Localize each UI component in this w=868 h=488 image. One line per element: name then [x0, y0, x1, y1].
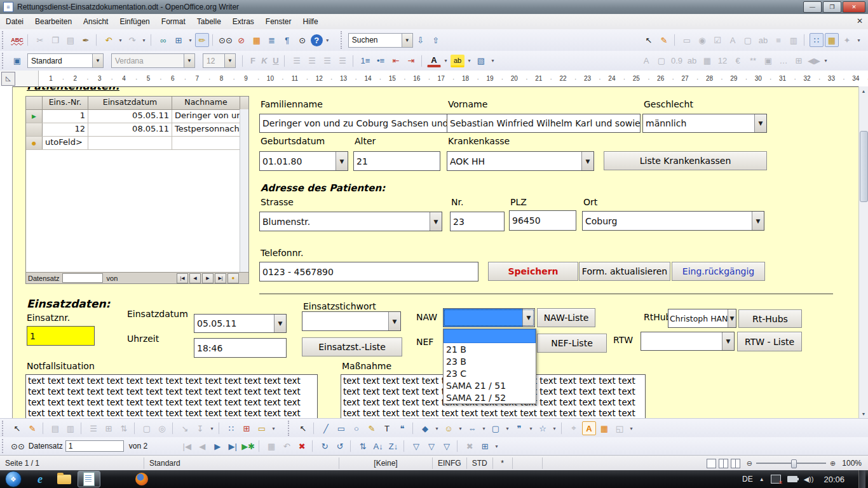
callout-icon[interactable]: ❝ [395, 421, 409, 435]
toolbar-grip[interactable] [2, 421, 8, 436]
undo-entry-icon[interactable]: ↶ [280, 439, 294, 453]
data-sources-icon[interactable]: ≣ [265, 33, 279, 47]
table-row[interactable]: ● utoFeld> [26, 137, 248, 150]
bold-icon[interactable]: F [247, 56, 259, 65]
flowchart-icon[interactable]: ▢ [489, 421, 503, 435]
points-icon[interactable]: ⌖ [567, 421, 581, 435]
block-arrows-dropdown-icon[interactable]: ▾ [480, 421, 487, 435]
taskbar-firefox-icon[interactable] [131, 471, 153, 487]
grid-scrollbar[interactable] [240, 109, 248, 272]
first-record-icon[interactable]: |◀ [180, 439, 194, 453]
display-grid-icon[interactable]: ∷ [224, 421, 238, 435]
helplines-icon[interactable]: ▭ [255, 421, 269, 435]
option-button-icon[interactable]: ◉ [695, 33, 709, 47]
help-icon[interactable]: ? [311, 34, 323, 46]
horizontal-ruler[interactable]: ◺ 12345678910111213141516171819202122232… [0, 71, 868, 87]
grid-col-nachname[interactable]: Nachname [172, 97, 240, 109]
toolbar-overflow-icon[interactable]: ▾ [324, 33, 331, 47]
table-icon[interactable]: ⊞ [172, 33, 186, 47]
grid-corner[interactable] [26, 97, 43, 109]
toolbar-grip[interactable] [341, 31, 346, 48]
extrusion-icon[interactable]: ◱ [613, 421, 627, 435]
sort-descending-icon[interactable]: Z↓ [386, 439, 400, 453]
search-combo[interactable]: Suchen ▼ [348, 33, 413, 48]
align-left-icon[interactable]: ☰ [290, 54, 304, 68]
date-field-icon[interactable]: ▦ [700, 54, 714, 68]
navigator-icon[interactable]: ⊘ [234, 33, 248, 47]
cell-einsatzdatum[interactable] [88, 137, 172, 149]
text-icon[interactable]: T [380, 421, 394, 435]
multi-page-view-icon[interactable] [719, 459, 728, 468]
flowchart-dropdown-icon[interactable]: ▾ [504, 421, 511, 435]
grid-col-einsatzdatum[interactable]: Einsatzdatum [88, 97, 172, 109]
toolbar-overflow-icon[interactable]: ▾ [855, 33, 862, 47]
copy-icon[interactable]: ❐ [48, 33, 62, 47]
speichern-button[interactable]: Speichern [488, 262, 578, 281]
page-style-indicator[interactable]: Standard [144, 458, 339, 469]
geschlecht-combo[interactable]: männlich▼ [642, 114, 767, 133]
italic-icon[interactable]: K [259, 56, 270, 65]
selection-mode-indicator[interactable]: STD [467, 458, 493, 469]
vertical-scrollbar[interactable]: ▲ ▼ [858, 86, 868, 418]
book-view-icon[interactable] [731, 459, 740, 468]
font-size-combo[interactable]: 12 ▼ [203, 53, 236, 68]
krankenkasse-combo[interactable]: AOK HH▼ [447, 151, 594, 171]
decrease-indent-icon[interactable]: ⇤ [389, 54, 403, 68]
menu-item[interactable]: Ansicht [78, 15, 114, 28]
einsatzstichwort-combo[interactable]: ▼ [302, 311, 401, 331]
next-record-icon[interactable]: ▶ [202, 273, 214, 283]
paragraph-style-combo[interactable]: Standard ▼ [27, 53, 104, 68]
menu-item[interactable]: Tabelle [191, 15, 227, 28]
dropdown-option[interactable]: SAMA 21 / 51 [444, 379, 536, 391]
dropdown-icon[interactable]: ▼ [522, 309, 534, 327]
dropdown-icon[interactable]: ▼ [581, 152, 593, 170]
font-name-combo[interactable]: Verdana ▼ [111, 53, 195, 68]
close-button[interactable]: ✕ [843, 1, 865, 13]
add-label-icon[interactable]: A [639, 54, 653, 68]
menu-item[interactable]: Format [156, 15, 191, 28]
familienname-field[interactable]: Deringer von und zu Coburg Sachsen und [259, 114, 449, 133]
table-row[interactable]: 12 08.05.11 Testpersonnach [26, 123, 248, 137]
automatic-focus-icon[interactable]: ◎ [155, 421, 169, 435]
group-box-icon[interactable]: ▢ [654, 54, 668, 68]
dropdown-icon[interactable]: ▼ [722, 332, 734, 350]
record-number-input[interactable] [62, 273, 103, 283]
numbered-list-icon[interactable]: 1≡ [358, 54, 372, 68]
zoom-icon[interactable]: ⊙ [295, 33, 309, 47]
background-color-dropdown-icon[interactable]: ▾ [489, 54, 496, 68]
delete-record-icon[interactable]: ✖ [295, 439, 309, 453]
nr-field[interactable]: 23 [450, 212, 505, 231]
alter-field[interactable]: 21 [353, 151, 440, 171]
star-shapes-dropdown-icon[interactable]: ▾ [551, 421, 558, 435]
background-color-icon[interactable]: ▧ [474, 54, 488, 68]
masked-field-icon[interactable]: ** [746, 54, 760, 68]
refresh-control-icon[interactable]: ↺ [333, 439, 347, 453]
list-box-icon[interactable]: ≡ [771, 33, 785, 47]
file-selection-icon[interactable]: … [776, 54, 790, 68]
zoom-out-icon[interactable]: ⊖ [747, 459, 752, 468]
liste-krankenkassen-button[interactable]: Liste Krankenkassen [604, 151, 767, 170]
cell-nachname[interactable]: Deringer von ur [172, 110, 240, 123]
save-record-icon[interactable]: ▦ [264, 439, 278, 453]
plz-field[interactable]: 96450 [509, 210, 576, 231]
taskbar-explorer-icon[interactable] [53, 471, 75, 487]
menu-item[interactable]: Fenster [260, 15, 297, 28]
menu-item[interactable]: Datei [0, 15, 29, 28]
find-down-icon[interactable]: ⇩ [414, 33, 428, 47]
cell-einsatzdatum[interactable]: 05.05.11 [88, 110, 172, 123]
toolbar-grip[interactable] [2, 439, 8, 453]
open-in-design-icon[interactable]: ▢ [140, 421, 154, 435]
control-properties-icon[interactable]: ▦ [825, 33, 839, 47]
new-record-icon[interactable]: ● [227, 273, 239, 283]
design-mode-icon[interactable]: ✎ [25, 421, 39, 435]
strasse-combo[interactable]: Blumenstr.▼ [259, 212, 442, 231]
increase-indent-icon[interactable]: ⇥ [404, 54, 418, 68]
dropdown-icon[interactable]: ▼ [754, 114, 766, 132]
toolbar-overflow-icon[interactable]: ▾ [822, 54, 829, 68]
activation-order-icon[interactable]: ⇅ [117, 421, 131, 435]
symbol-shapes-icon[interactable]: ☺ [442, 421, 456, 435]
reset-filter-icon[interactable]: ✖ [463, 439, 477, 453]
vorname-field[interactable]: Sebastian Winfried Wilhelm Karl und sowi… [447, 114, 641, 133]
design-on-off-icon[interactable]: ∷ [810, 33, 824, 47]
taskbar-ie-icon[interactable]: e [29, 471, 51, 487]
